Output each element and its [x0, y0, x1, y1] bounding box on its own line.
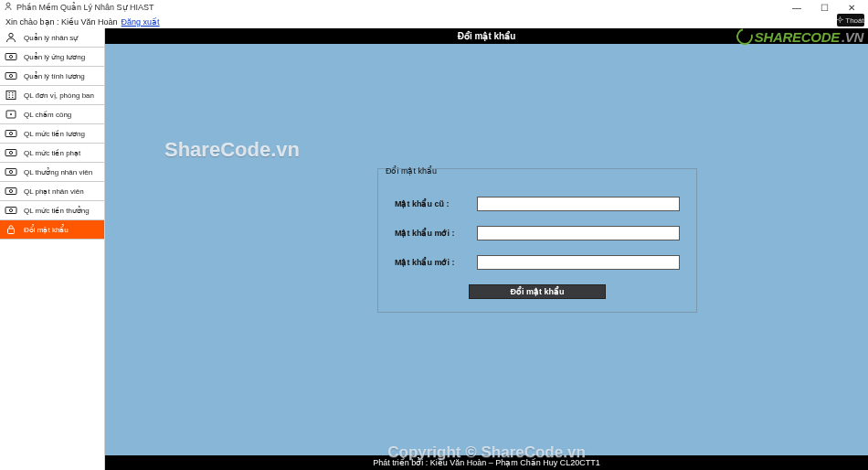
submit-button[interactable]: Đổi mật khẩu	[469, 284, 606, 299]
sidebar-item-label: QL thưởng nhân viên	[24, 168, 92, 176]
svg-point-6	[9, 33, 13, 37]
footer-text: Phát triển bởi : Kiều Văn Hoàn – Phạm Ch…	[373, 458, 600, 467]
clock-icon	[4, 108, 18, 121]
form-title: Đổi mật khẩu	[380, 163, 698, 185]
svg-rect-7	[5, 54, 16, 60]
sidebar-item-label: QL mức tiền thưởng	[24, 207, 90, 215]
page-title: Đổi mật khẩu	[458, 31, 516, 41]
svg-rect-9	[5, 73, 16, 80]
svg-point-1	[839, 17, 842, 20]
maximize-button[interactable]: ☐	[815, 3, 833, 13]
sidebar-item-10[interactable]: Đổi mật khẩu	[0, 220, 104, 240]
sidebar-item-label: Quản lý nhân sự	[24, 34, 78, 42]
sidebar-item-1[interactable]: Quản lý ứng lương	[0, 48, 104, 67]
sidebar-item-label: QL đơn vị, phòng ban	[24, 91, 94, 100]
gear-icon	[837, 16, 843, 25]
svg-point-21	[9, 132, 12, 134]
sidebar-item-5[interactable]: QL mức tiền lương	[0, 124, 104, 144]
page-header: Đổi mật khẩu	[105, 28, 868, 44]
sidebar: Quản lý nhân sựQuản lý ứng lươngQuản lý …	[0, 28, 105, 470]
old-password-label: Mật khẩu cũ :	[395, 199, 477, 208]
svg-point-0	[6, 3, 10, 6]
new-password-label: Mật khẩu mới :	[395, 229, 477, 238]
svg-rect-28	[5, 208, 16, 214]
svg-point-23	[9, 151, 12, 154]
watermark-text-1: ShareCode.vn	[164, 138, 300, 162]
money-icon	[4, 50, 18, 63]
money-icon	[4, 127, 18, 140]
content-area: ShareCode.vn Đổi mật khẩu Mật khẩu cũ : …	[105, 44, 868, 455]
svg-point-10	[9, 74, 12, 77]
welcome-bar: Xin chào bạn : Kiều Văn Hoàn Đăng xuất T…	[0, 15, 868, 28]
old-password-input[interactable]	[477, 197, 680, 211]
sidebar-item-label: Đổi mật khẩu	[24, 226, 69, 234]
sidebar-item-7[interactable]: QL thưởng nhân viên	[0, 163, 104, 182]
svg-point-29	[9, 208, 12, 211]
money-icon	[4, 204, 18, 217]
svg-rect-26	[5, 188, 16, 195]
change-password-panel: Đổi mật khẩu Mật khẩu cũ : Mật khẩu mới …	[377, 168, 697, 313]
sidebar-item-label: QL mức tiền phạt	[24, 149, 80, 157]
logout-link[interactable]: Đăng xuất	[122, 17, 160, 27]
sidebar-item-9[interactable]: QL mức tiền thưởng	[0, 201, 104, 220]
minimize-button[interactable]: —	[788, 3, 806, 13]
confirm-password-input[interactable]	[477, 255, 680, 270]
svg-rect-22	[5, 150, 16, 156]
sidebar-item-8[interactable]: QL phạt nhân viên	[0, 182, 104, 201]
sidebar-item-4[interactable]: QL chấm công	[0, 105, 104, 124]
new-password-input[interactable]	[477, 226, 680, 240]
svg-rect-30	[8, 229, 15, 234]
app-icon	[4, 2, 13, 13]
window-title: Phần Mềm Quản Lý Nhân Sự HIAST	[16, 3, 154, 12]
sidebar-item-label: QL phạt nhân viên	[24, 187, 84, 196]
svg-point-19	[10, 113, 12, 115]
sidebar-item-0[interactable]: Quản lý nhân sự	[0, 28, 104, 48]
sidebar-item-6[interactable]: QL mức tiền phạt	[0, 144, 104, 163]
close-button[interactable]: ✕	[842, 3, 861, 13]
main-area: SHARECODE.VN Đổi mật khẩu ShareCode.vn Đ…	[105, 28, 868, 470]
welcome-greeting: Xin chào bạn : Kiều Văn Hoàn	[5, 17, 118, 27]
footer-bar: Phát triển bởi : Kiều Văn Hoàn – Phạm Ch…	[105, 455, 868, 470]
sidebar-item-label: Quản lý ứng lương	[24, 53, 85, 61]
svg-point-27	[9, 189, 12, 192]
sidebar-item-3[interactable]: QL đơn vị, phòng ban	[0, 86, 104, 105]
money-icon	[4, 166, 18, 178]
window-titlebar: Phần Mềm Quản Lý Nhân Sự HIAST — ☐ ✕	[0, 0, 868, 15]
svg-rect-11	[6, 91, 16, 100]
svg-point-8	[9, 55, 12, 58]
svg-rect-20	[5, 131, 16, 137]
sidebar-item-label: QL mức tiền lương	[24, 130, 85, 138]
building-icon	[4, 89, 18, 101]
settings-button[interactable]: Thoát	[837, 14, 864, 27]
user-icon	[4, 31, 18, 44]
money-icon	[4, 146, 18, 159]
sidebar-item-label: QL chấm công	[24, 111, 71, 119]
confirm-password-label: Mật khẩu mới :	[395, 258, 477, 267]
sidebar-item-2[interactable]: Quản lý tính lương	[0, 67, 104, 86]
lock-icon	[4, 223, 18, 236]
money-icon	[4, 185, 18, 198]
sidebar-item-label: Quản lý tính lương	[24, 72, 85, 80]
money-icon	[4, 69, 18, 82]
svg-point-25	[9, 170, 12, 173]
svg-rect-24	[5, 169, 16, 176]
